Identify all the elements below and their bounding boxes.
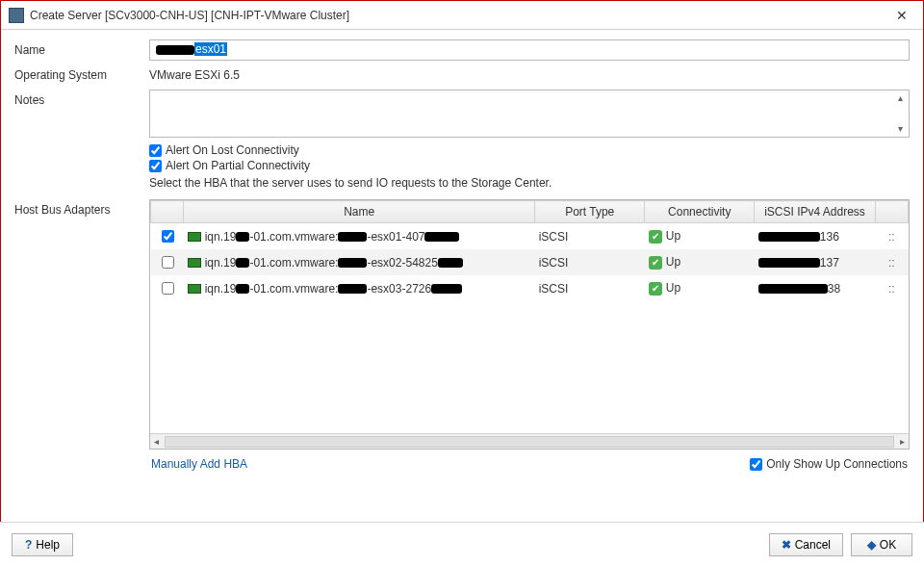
notes-textarea[interactable]: ▴ ▾ xyxy=(149,90,910,138)
os-label: Operating System xyxy=(14,64,149,82)
row-extra-cell: :: xyxy=(875,249,908,275)
alert-lost-label: Alert On Lost Connectivity xyxy=(166,143,299,157)
hba-table: Name Port Type Connectivity iSCSI IPv4 A… xyxy=(149,199,910,450)
redacted-segment xyxy=(438,258,463,268)
name-input[interactable]: esx01 xyxy=(149,39,910,61)
row-checkbox[interactable] xyxy=(162,256,174,269)
redacted-segment xyxy=(758,258,820,268)
row-name-text: iqn.19 xyxy=(205,282,237,296)
alert-partial-check-input[interactable] xyxy=(149,160,162,172)
redacted-segment xyxy=(758,232,820,242)
hba-icon xyxy=(188,284,201,294)
ok-button-label: OK xyxy=(880,538,896,552)
scroll-left-icon[interactable]: ◂ xyxy=(150,436,163,447)
hba-label: Host Bus Adapters xyxy=(14,199,149,217)
table-row[interactable]: iqn.19-01.com.vmware:-esx03-2726iSCSI✔Up… xyxy=(151,275,909,301)
redacted-segment xyxy=(758,284,828,294)
hba-icon xyxy=(188,232,201,242)
dialog-content: Name esx01 Operating System VMware ESXi … xyxy=(1,30,923,521)
help-button-label: Help xyxy=(36,538,60,552)
row-checkbox[interactable] xyxy=(162,282,174,295)
redacted-segment xyxy=(424,232,459,242)
row-checkbox-cell[interactable] xyxy=(151,275,184,301)
row-connectivity-cell: ✔Up xyxy=(645,249,755,275)
check-icon: ✔ xyxy=(649,230,662,244)
hba-icon xyxy=(188,258,201,268)
row-port-cell: iSCSI xyxy=(535,249,645,275)
cancel-icon: ✖ xyxy=(782,538,791,552)
only-up-label: Only Show Up Connections xyxy=(766,457,908,471)
row-name-cell: iqn.19-01.com.vmware:-esx02-54825 xyxy=(184,249,535,275)
notes-scrollbar[interactable]: ▴ ▾ xyxy=(892,91,908,136)
row-connectivity-cell: ✔Up xyxy=(645,223,755,250)
col-check-header[interactable] xyxy=(151,201,184,223)
os-value: VMware ESXi 6.5 xyxy=(149,64,910,86)
scroll-right-icon[interactable]: ▸ xyxy=(896,436,909,447)
help-button[interactable]: ? Help xyxy=(12,533,73,556)
ok-icon: ◆ xyxy=(867,538,876,552)
notes-label: Notes xyxy=(14,90,149,107)
row-checkbox[interactable] xyxy=(162,230,174,243)
scroll-down-icon[interactable]: ▾ xyxy=(892,122,908,136)
alert-partial-checkbox[interactable]: Alert On Partial Connectivity xyxy=(149,159,910,172)
row-connectivity-cell: ✔Up xyxy=(645,275,755,301)
help-icon: ? xyxy=(25,538,32,552)
row-checkbox-cell[interactable] xyxy=(151,223,184,250)
row-extra-cell: :: xyxy=(875,223,908,250)
check-icon: ✔ xyxy=(649,256,662,270)
alert-lost-checkbox[interactable]: Alert On Lost Connectivity xyxy=(149,143,910,157)
button-bar: ? Help ✖ Cancel ◆ OK xyxy=(0,522,924,566)
close-button[interactable]: ✕ xyxy=(888,4,915,27)
row-ip-cell: 38 xyxy=(755,275,875,301)
row-name-cell: iqn.19-01.com.vmware:-esx03-2726 xyxy=(184,275,535,301)
redacted-segment xyxy=(236,232,249,242)
only-up-check-input[interactable] xyxy=(750,458,762,471)
row-name-text: iqn.19 xyxy=(205,230,237,244)
titlebar: Create Server [SCv3000-CNH-US] [CNH-IPT-… xyxy=(1,1,923,30)
col-name-header[interactable]: Name xyxy=(184,201,535,223)
row-ip-cell: 137 xyxy=(755,249,875,275)
redacted-segment xyxy=(338,232,367,242)
row-ip-cell: 136 xyxy=(755,223,875,250)
alert-lost-check-input[interactable] xyxy=(149,144,162,157)
col-port-header[interactable]: Port Type xyxy=(535,201,645,223)
alert-partial-label: Alert On Partial Connectivity xyxy=(166,159,310,172)
col-conn-header[interactable]: Connectivity xyxy=(645,201,755,223)
hba-hint: Select the HBA that the server uses to s… xyxy=(149,176,910,190)
redacted-segment xyxy=(156,45,194,55)
redacted-segment xyxy=(338,284,367,294)
redacted-segment xyxy=(236,258,249,268)
table-row[interactable]: iqn.19-01.com.vmware:-esx02-54825iSCSI✔U… xyxy=(151,249,909,275)
cancel-button-label: Cancel xyxy=(795,538,831,552)
name-input-selection: esx01 xyxy=(194,42,227,56)
window-title: Create Server [SCv3000-CNH-US] [CNH-IPT-… xyxy=(30,9,888,22)
scroll-track[interactable] xyxy=(165,436,894,448)
redacted-segment xyxy=(338,258,367,268)
scroll-up-icon[interactable]: ▴ xyxy=(892,91,908,105)
row-checkbox-cell[interactable] xyxy=(151,249,184,275)
redacted-segment xyxy=(431,284,462,294)
manual-add-hba-link[interactable]: Manually Add HBA xyxy=(151,457,247,471)
col-extra-header[interactable] xyxy=(875,201,908,223)
row-name-text: iqn.19 xyxy=(205,256,237,270)
row-extra-cell: :: xyxy=(875,275,908,301)
col-ip-header[interactable]: iSCSI IPv4 Address xyxy=(755,201,875,223)
only-up-checkbox[interactable]: Only Show Up Connections xyxy=(750,457,908,471)
ok-button[interactable]: ◆ OK xyxy=(851,533,912,556)
hba-hscroll[interactable]: ◂ ▸ xyxy=(150,433,909,449)
row-port-cell: iSCSI xyxy=(535,223,645,250)
name-label: Name xyxy=(14,39,149,57)
redacted-segment xyxy=(236,284,249,294)
table-row[interactable]: iqn.19-01.com.vmware:-esx01-407iSCSI✔Up1… xyxy=(151,223,909,250)
check-icon: ✔ xyxy=(649,282,662,296)
cancel-button[interactable]: ✖ Cancel xyxy=(769,533,843,556)
row-port-cell: iSCSI xyxy=(535,275,645,301)
row-name-cell: iqn.19-01.com.vmware:-esx01-407 xyxy=(184,223,535,250)
app-icon xyxy=(9,8,24,23)
